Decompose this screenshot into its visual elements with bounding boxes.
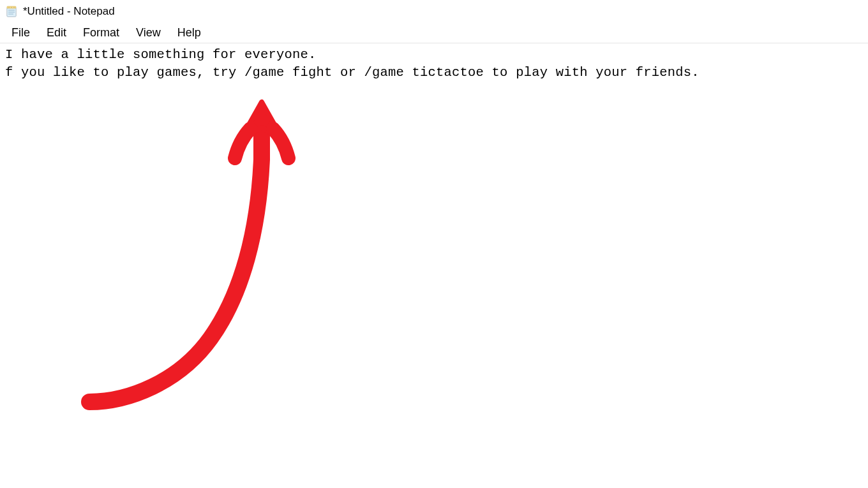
menubar: File Edit Format View Help [0,23,868,43]
svg-point-5 [13,7,14,8]
menu-help[interactable]: Help [170,24,209,41]
annotation-arrow [77,89,345,424]
notepad-icon [5,5,18,18]
menu-format[interactable]: Format [75,24,127,41]
menu-edit[interactable]: Edit [39,24,74,41]
text-editor-area[interactable]: I have a little something for everyone. … [0,43,868,84]
window-title: *Untitled - Notepad [23,5,115,18]
svg-point-4 [11,7,11,8]
titlebar: *Untitled - Notepad [0,0,868,23]
menu-view[interactable]: View [128,24,168,41]
menu-file[interactable]: File [4,24,38,41]
svg-point-3 [8,7,9,8]
